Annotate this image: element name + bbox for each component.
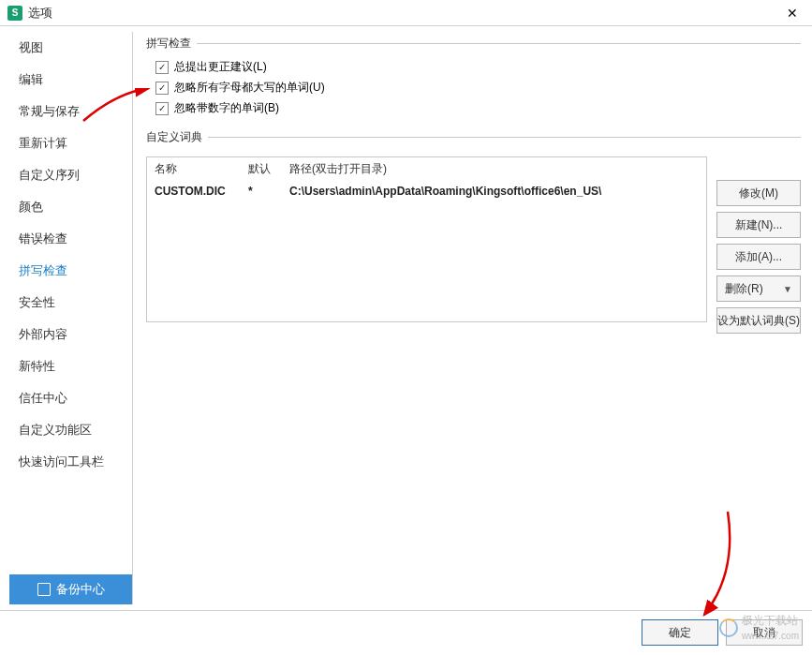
- new-button[interactable]: 新建(N)...: [716, 212, 801, 238]
- backup-icon: [37, 583, 51, 596]
- sidebar-item-security[interactable]: 安全性: [9, 287, 132, 319]
- col-header-name: 名称: [155, 161, 248, 177]
- chevron-down-icon: ▼: [783, 284, 792, 294]
- backup-label: 备份中心: [56, 581, 105, 598]
- cell-name: CUSTOM.DIC: [155, 185, 248, 198]
- divider: [197, 43, 801, 44]
- titlebar: S 选项 ✕: [0, 0, 812, 26]
- sidebar: 视图 编辑 常规与保存 重新计算 自定义序列 颜色 错误检查 拼写检查 安全性 …: [9, 32, 133, 604]
- check-ignore-numbers: ✓ 忽略带数字的单词(B): [155, 100, 801, 116]
- check-ignore-uppercase-label: 忽略所有字母都大写的单词(U): [174, 80, 325, 96]
- dict-side-buttons: 修改(M) 新建(N)... 添加(A)... 删除(R) ▼ 设为默认词典(S…: [716, 180, 801, 334]
- check-suggest-label: 总提出更正建议(L): [174, 59, 267, 75]
- sidebar-item-error-check[interactable]: 错误检查: [9, 223, 132, 255]
- sidebar-item-new-features[interactable]: 新特性: [9, 350, 132, 382]
- cell-path: C:\Users\admin\AppData\Roaming\Kingsoft\…: [289, 185, 699, 198]
- watermark: 极光下载站 www.xz7.com: [719, 613, 799, 642]
- check-ignore-uppercase: ✓ 忽略所有字母都大写的单词(U): [155, 80, 801, 96]
- table-row[interactable]: CUSTOM.DIC * C:\Users\admin\AppData\Roam…: [147, 181, 706, 201]
- content-panel: 拼写检查 ✓ 总提出更正建议(L) ✓ 忽略所有字母都大写的单词(U) ✓ 忽略…: [133, 26, 812, 610]
- app-icon: S: [7, 6, 22, 21]
- watermark-text: 极光下载站: [742, 614, 798, 627]
- group-custom-dict: 自定义词典 名称 默认 路径(双击打开目录) CUSTOM.DIC * C:\U…: [146, 129, 801, 322]
- col-header-path: 路径(双击打开目录): [289, 161, 699, 177]
- backup-center-button[interactable]: 备份中心: [9, 574, 132, 604]
- delete-label: 删除(R): [725, 281, 763, 297]
- divider: [208, 137, 801, 138]
- cell-default: *: [248, 185, 289, 198]
- table-header: 名称 默认 路径(双击打开目录): [147, 157, 706, 181]
- modify-button[interactable]: 修改(M): [716, 180, 801, 206]
- checkbox-ignore-uppercase[interactable]: ✓: [155, 82, 169, 95]
- sidebar-item-color[interactable]: 颜色: [9, 191, 132, 223]
- footer: 确定 取消: [0, 611, 812, 654]
- group-spell-check: 拼写检查 ✓ 总提出更正建议(L) ✓ 忽略所有字母都大写的单词(U) ✓ 忽略…: [146, 36, 801, 116]
- col-header-default: 默认: [248, 161, 289, 177]
- set-default-button[interactable]: 设为默认词典(S): [716, 307, 801, 334]
- add-button[interactable]: 添加(A)...: [716, 244, 801, 270]
- check-ignore-numbers-label: 忽略带数字的单词(B): [174, 100, 279, 116]
- watermark-url: www.xz7.com: [742, 631, 799, 641]
- sidebar-item-view[interactable]: 视图: [9, 32, 132, 64]
- checkbox-suggest[interactable]: ✓: [155, 61, 169, 74]
- group2-title: 自定义词典: [146, 129, 202, 145]
- sidebar-item-spell-check[interactable]: 拼写检查: [9, 255, 132, 287]
- main-area: 视图 编辑 常规与保存 重新计算 自定义序列 颜色 错误检查 拼写检查 安全性 …: [0, 26, 812, 611]
- watermark-logo-icon: [719, 618, 738, 637]
- sidebar-list: 视图 编辑 常规与保存 重新计算 自定义序列 颜色 错误检查 拼写检查 安全性 …: [9, 32, 132, 569]
- ok-button[interactable]: 确定: [642, 619, 718, 646]
- checkbox-ignore-numbers[interactable]: ✓: [155, 102, 169, 115]
- delete-button[interactable]: 删除(R) ▼: [716, 275, 801, 302]
- sidebar-item-edit[interactable]: 编辑: [9, 64, 132, 96]
- group-spell-check-label: 拼写检查: [146, 36, 801, 52]
- sidebar-item-quick-toolbar[interactable]: 快速访问工具栏: [9, 446, 132, 478]
- group-dict-label: 自定义词典: [146, 129, 801, 145]
- window-title: 选项: [28, 5, 780, 22]
- dict-table[interactable]: 名称 默认 路径(双击打开目录) CUSTOM.DIC * C:\Users\a…: [146, 156, 707, 322]
- check-suggest: ✓ 总提出更正建议(L): [155, 59, 801, 75]
- sidebar-item-external[interactable]: 外部内容: [9, 319, 132, 350]
- sidebar-item-custom-ribbon[interactable]: 自定义功能区: [9, 414, 132, 446]
- sidebar-item-trust-center[interactable]: 信任中心: [9, 382, 132, 414]
- close-icon[interactable]: ✕: [780, 1, 805, 25]
- group1-title: 拼写检查: [146, 36, 191, 52]
- sidebar-item-recalc[interactable]: 重新计算: [9, 127, 132, 159]
- sidebar-item-general-save[interactable]: 常规与保存: [9, 96, 132, 127]
- sidebar-item-custom-series[interactable]: 自定义序列: [9, 159, 132, 191]
